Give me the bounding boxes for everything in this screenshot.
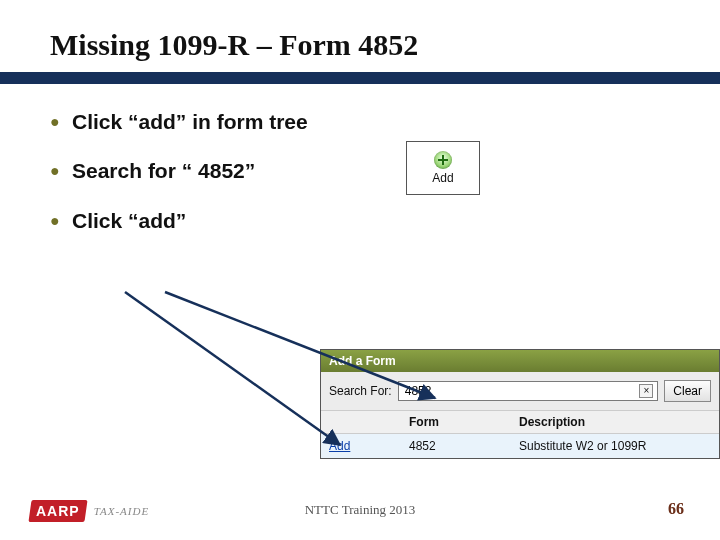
- footer-caption: NTTC Training 2013: [0, 502, 720, 518]
- screenshot-add-button: Add: [406, 141, 480, 195]
- add-link[interactable]: Add: [321, 434, 401, 458]
- search-label: Search For:: [329, 384, 392, 398]
- search-input-wrap: ×: [398, 381, 659, 401]
- col-blank: [321, 411, 401, 433]
- svg-line-0: [125, 292, 340, 445]
- add-button-label: Add: [432, 171, 453, 185]
- col-form: Form: [401, 411, 511, 433]
- title-rule: [0, 72, 720, 84]
- bullet-search-4852: Search for “ 4852”: [50, 157, 670, 184]
- plus-icon: [434, 151, 452, 169]
- search-input[interactable]: [403, 383, 640, 399]
- bullet-click-add-in-tree: Click “add” in form tree: [50, 108, 670, 135]
- row-desc: Substitute W2 or 1099R: [511, 434, 719, 458]
- col-description: Description: [511, 411, 719, 433]
- instruction-list: Click “add” in form tree Search for “ 48…: [50, 108, 670, 234]
- slide-number: 66: [668, 500, 684, 518]
- dialog-result-row: Add 4852 Substitute W2 or 1099R: [321, 434, 719, 458]
- dialog-column-headers: Form Description: [321, 411, 719, 434]
- clear-button[interactable]: Clear: [664, 380, 711, 402]
- row-form: 4852: [401, 434, 511, 458]
- bullet-click-add: Click “add”: [50, 207, 670, 234]
- dialog-title: Add a Form: [321, 350, 719, 372]
- screenshot-add-form-dialog: Add a Form Search For: × Clear Form Desc…: [320, 349, 720, 459]
- page-title: Missing 1099-R – Form 4852: [50, 28, 670, 62]
- search-clear-x[interactable]: ×: [639, 384, 653, 398]
